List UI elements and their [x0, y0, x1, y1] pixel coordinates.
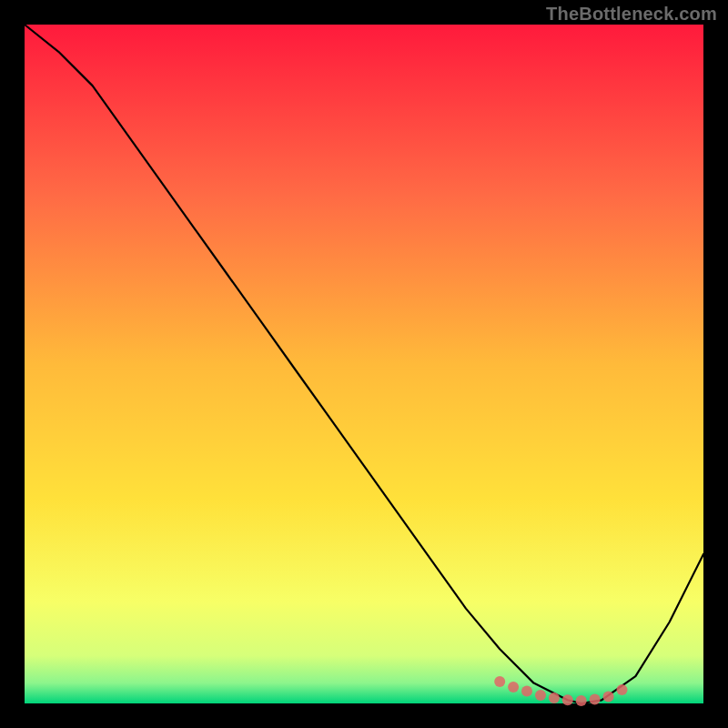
- bottleneck-chart: [0, 0, 728, 728]
- optimal-marker: [617, 684, 628, 695]
- optimal-marker: [590, 694, 601, 705]
- optimal-marker: [535, 690, 546, 701]
- optimal-marker: [576, 695, 587, 706]
- optimal-marker: [603, 692, 614, 703]
- optimal-marker: [562, 694, 573, 705]
- optimal-marker: [549, 693, 560, 703]
- optimal-marker: [494, 676, 505, 687]
- chart-frame: TheBottleneck.com: [0, 0, 728, 728]
- plot-background: [25, 25, 703, 703]
- watermark-text: TheBottleneck.com: [546, 4, 717, 25]
- optimal-marker: [521, 686, 532, 697]
- optimal-marker: [508, 682, 519, 693]
